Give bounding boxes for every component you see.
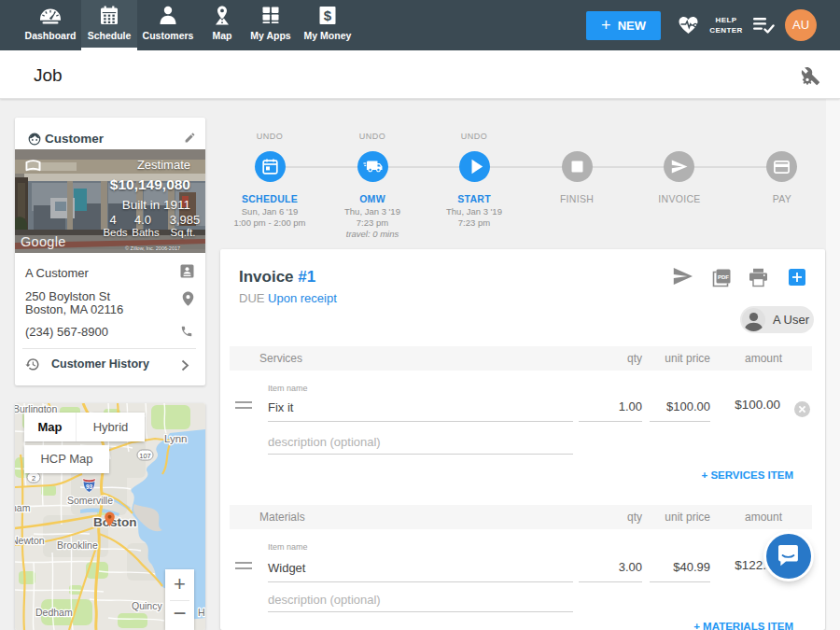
svg-text:Hi: Hi (198, 607, 205, 618)
svg-text:Dedham: Dedham (35, 607, 73, 618)
svg-text:107: 107 (139, 452, 151, 460)
svg-text:Somerville: Somerville (67, 495, 113, 506)
svg-text:93: 93 (86, 483, 93, 490)
svg-text:Boston: Boston (93, 515, 137, 529)
svg-text:2: 2 (32, 474, 35, 483)
svg-text:PDF: PDF (718, 274, 729, 280)
svg-text:Newton: Newton (15, 535, 45, 546)
svg-text:$: $ (324, 7, 332, 23)
svg-text:ham: ham (15, 502, 31, 513)
svg-text:Lynn: Lynn (164, 433, 188, 444)
svg-text:Quincy: Quincy (132, 600, 162, 611)
svg-text:Brookline: Brookline (57, 539, 98, 551)
